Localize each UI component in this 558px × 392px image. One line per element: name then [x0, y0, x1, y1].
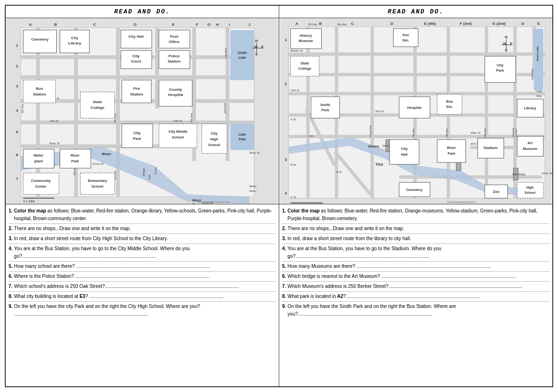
svg-text:Stn.: Stn. — [402, 38, 409, 42]
rq3-text: In red, draw a short street route from t… — [287, 235, 549, 243]
svg-text:Grove Ave: Grove Ave — [369, 125, 372, 138]
r-question-row-8: 8. What park is located in A2?..........… — [282, 292, 549, 302]
svg-rect-220 — [517, 182, 543, 198]
q1-text: Color the map as follows: Blue-water, Re… — [14, 207, 276, 222]
q4-text: You are at the Bus Station, you have to … — [14, 245, 276, 260]
svg-text:River St.: River St. — [50, 142, 61, 145]
r-question-row-9: 9. On the left you have the Smith Park a… — [282, 302, 549, 319]
left-questions: 1. Color the map as follows: Blue-water,… — [6, 204, 279, 386]
svg-text:Community: Community — [31, 179, 51, 183]
svg-text:Oak St.: Oak St. — [50, 119, 59, 122]
svg-rect-139 — [370, 27, 374, 198]
rq1-text: Color the map as follows: Blue-water, Re… — [287, 207, 549, 222]
svg-text:W: W — [254, 45, 258, 49]
svg-text:Moon: Moon — [249, 185, 257, 188]
svg-text:State: State — [300, 61, 309, 65]
svg-text:Police: Police — [168, 54, 180, 58]
svg-text:I: I — [229, 22, 230, 27]
svg-text:A St.: A St. — [290, 118, 297, 121]
svg-text:J: J — [248, 22, 250, 27]
svg-text:River: River — [249, 190, 256, 192]
svg-rect-16 — [155, 28, 159, 109]
svg-text:F: F — [196, 22, 198, 27]
svg-text:Art: Art — [527, 141, 533, 145]
svg-rect-142 — [485, 27, 488, 198]
r-question-row-4: 4. You are at the Bus Station, you have … — [282, 244, 549, 262]
svg-text:Stadium: Stadium — [484, 146, 498, 150]
svg-rect-56 — [231, 124, 254, 150]
left-map: Main St. River St. Grove St. Elm St. Oak… — [6, 18, 279, 204]
svg-text:Park: Park — [133, 137, 141, 141]
r-question-row-5: 5. How many Museums are there? .........… — [282, 262, 549, 272]
q9-num: 9. — [9, 303, 12, 310]
svg-rect-64 — [121, 30, 152, 48]
svg-text:0.1 Mile: 0.1 Mile — [23, 200, 35, 203]
rq7-text: Which Museum's address is 250 Berber Str… — [287, 283, 549, 290]
svg-text:Station: Station — [130, 92, 143, 96]
svg-text:River: River — [102, 152, 112, 156]
svg-text:2: 2 — [284, 82, 287, 86]
svg-text:Lake: Lake — [239, 56, 246, 59]
svg-text:5th Ave: 5th Ave — [412, 128, 415, 137]
svg-text:History: History — [300, 33, 313, 38]
svg-text:3: 3 — [284, 158, 287, 162]
svg-text:Cemetery: Cemetery — [406, 188, 423, 192]
question-row-8: 8. What city building is located at E3? … — [9, 292, 276, 302]
svg-text:E (4th): E (4th) — [424, 21, 436, 26]
svg-text:Bus: Bus — [446, 99, 453, 104]
svg-text:2: 2 — [16, 64, 18, 68]
svg-text:Smith: Smith — [320, 103, 330, 107]
svg-text:Main St.: Main St. — [471, 131, 481, 134]
question-row-9: 9. On the left you have the city Park an… — [9, 302, 276, 319]
svg-text:Office: Office — [169, 40, 180, 44]
r-question-row-3: 3. In red, draw a short street route fro… — [282, 234, 549, 244]
svg-text:Lake: Lake — [536, 90, 543, 93]
rq2-text: There are no shops...Draw one and write … — [287, 225, 549, 233]
rq5-text: How many Museums are there? ............… — [287, 263, 549, 270]
svg-text:Ash St.: Ash St. — [375, 110, 384, 113]
svg-rect-15 — [116, 28, 120, 197]
svg-text:Stn.: Stn. — [446, 105, 453, 109]
svg-text:Center: Center — [35, 184, 47, 189]
svg-text:Park: Park — [239, 138, 246, 141]
svg-text:1: 1 — [284, 38, 287, 42]
rq8-num: 8. — [282, 293, 286, 300]
svg-text:D: D — [390, 21, 393, 26]
svg-text:Oak: Oak — [148, 174, 151, 180]
svg-text:G (2nd): G (2nd) — [493, 21, 506, 26]
svg-text:Oak St.: Oak St. — [173, 119, 183, 122]
right-panel-title: READ AND DO. — [279, 6, 552, 18]
left-map-svg: Main St. River St. Grove St. Elm St. Oak… — [6, 18, 279, 204]
rq2-num: 2. — [282, 225, 286, 233]
svg-text:State Bridge: State Bridge — [512, 173, 526, 176]
q5-text: How many school are there? .............… — [14, 263, 276, 270]
svg-text:City: City — [401, 147, 408, 151]
svg-text:7: 7 — [16, 177, 18, 181]
rq6-text: Which bridge is nearest to the Art Museu… — [287, 273, 549, 280]
svg-text:Berber St.: Berber St. — [291, 49, 304, 52]
svg-text:Hospital: Hospital — [407, 106, 421, 110]
svg-text:Cemetery: Cemetery — [31, 37, 49, 42]
svg-text:County: County — [169, 87, 182, 92]
svg-text:School: School — [172, 135, 184, 139]
outer-container: READ AND DO. Main — [0, 0, 558, 392]
svg-text:Lake: Lake — [239, 133, 246, 136]
svg-text:City Hall: City Hall — [128, 34, 144, 39]
svg-text:Water: Water — [33, 153, 43, 158]
svg-text:Park: Park — [496, 68, 504, 73]
svg-text:Jones Lake: Jones Lake — [536, 46, 539, 62]
svg-text:Lake Blvd.: Lake Blvd. — [224, 48, 227, 59]
svg-text:6th Ave: 6th Ave — [337, 23, 347, 26]
svg-text:College: College — [298, 66, 311, 71]
svg-text:B St.: B St. — [291, 163, 297, 166]
q9-text: On the left you have the city Park and o… — [14, 303, 276, 318]
q2-num: 2. — [9, 225, 12, 233]
svg-text:Zoo: Zoo — [493, 190, 500, 194]
svg-text:School: School — [92, 184, 104, 189]
rq9-num: 9. — [282, 303, 286, 310]
svg-text:E: E — [510, 42, 512, 46]
svg-text:City: City — [211, 131, 218, 136]
question-row-6: 6. Where is the Police Station? ........… — [9, 272, 276, 282]
right-map-svg: Berber St. Birch St. Oak St. Ash St. Mai… — [279, 18, 552, 204]
svg-text:Bridge: Bridge — [142, 168, 145, 176]
